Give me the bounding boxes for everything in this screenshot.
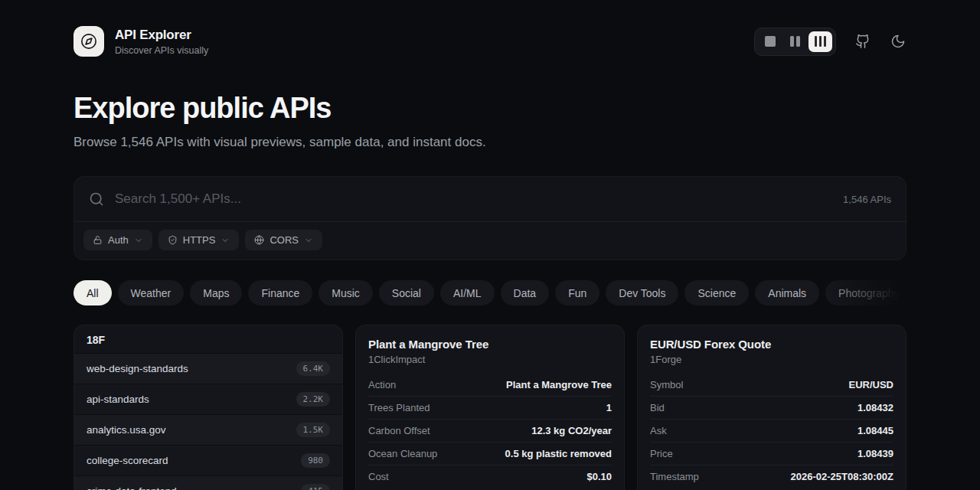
api-card-18f[interactable]: 18F web-design-standards 6.4K api-standa… (74, 325, 343, 490)
kv-row: Carbon Offset 12.3 kg CO2/year (368, 420, 612, 443)
filter-cors-button[interactable]: CORS (245, 230, 322, 250)
repo-list: web-design-standards 6.4K api-standards … (74, 353, 342, 490)
tab-animals[interactable]: Animals (755, 280, 819, 305)
star-count-badge: 415 (301, 484, 330, 490)
tab-all[interactable]: All (74, 280, 112, 305)
kv-value: Plant a Mangrove Tree (506, 379, 612, 390)
kv-row: Timestamp 2026-02-25T08:30:00Z (650, 466, 893, 488)
view-mode-three-column-button[interactable] (808, 31, 832, 52)
api-card-1forge[interactable]: EUR/USD Forex Quote 1Forge Symbol EUR/US… (637, 325, 906, 490)
filter-auth-button[interactable]: Auth (83, 230, 152, 250)
app-header: API Explorer Discover APIs visually (74, 0, 906, 57)
list-item[interactable]: college-scorecard 980 (74, 445, 342, 475)
list-item[interactable]: web-design-standards 6.4K (74, 353, 342, 384)
tab-music[interactable]: Music (318, 280, 373, 305)
search-panel: 1,546 APIs Auth HTTPS (74, 176, 906, 260)
kv-value: 0.5 kg plastic removed (505, 448, 612, 459)
page-title: Explore public APIs (74, 92, 906, 125)
kv-value: 2026-02-25T08:30:00Z (791, 471, 893, 482)
app-title: API Explorer (115, 28, 208, 43)
tab-science[interactable]: Science (684, 280, 749, 305)
tab-data[interactable]: Data (501, 280, 550, 305)
filter-label: CORS (270, 234, 299, 246)
card-title: Plant a Mangrove Tree (368, 338, 612, 351)
kv-value: 1.08445 (858, 425, 893, 436)
card-title: EUR/USD Forex Quote (650, 338, 893, 351)
kv-value: 12.3 kg CO2/year (531, 425, 612, 436)
card-provider: 1ClickImpact (368, 354, 612, 365)
kv-label: Price (650, 448, 673, 459)
kv-label: Carbon Offset (368, 425, 430, 436)
tab-finance[interactable]: Finance (248, 280, 312, 305)
api-card-grid: 18F web-design-standards 6.4K api-standa… (74, 325, 906, 490)
kv-value: 1.08432 (858, 402, 893, 413)
view-mode-single-button[interactable] (758, 31, 782, 52)
kv-label: Cost (368, 471, 389, 482)
kv-label: Trees Planted (368, 402, 430, 413)
tab-maps[interactable]: Maps (190, 280, 242, 305)
api-count-label: 1,546 APIs (843, 194, 891, 205)
chevron-down-icon (220, 236, 230, 245)
chevron-down-icon (134, 236, 143, 245)
kv-row: Price 1.08439 (650, 443, 893, 466)
kv-label: Bid (650, 402, 665, 413)
brand-text: API Explorer Discover APIs visually (115, 28, 208, 56)
globe-icon (254, 235, 264, 245)
kv-label: Action (368, 379, 396, 390)
tab-dev-tools[interactable]: Dev Tools (606, 280, 678, 305)
page: API Explorer Discover APIs visually (74, 0, 906, 490)
list-item[interactable]: crime-data-frontend 415 (74, 475, 342, 490)
star-count-badge: 1.5K (296, 423, 331, 437)
kv-value: 1 (606, 402, 612, 413)
kv-row: Trees Planted 1 (368, 397, 612, 420)
search-row: 1,546 APIs (74, 177, 906, 221)
tab-weather[interactable]: Weather (118, 280, 185, 305)
kv-label: Symbol (650, 379, 683, 390)
filter-https-button[interactable]: HTTPS (158, 230, 240, 250)
kv-label: Ocean Cleanup (368, 448, 437, 459)
chevron-down-icon (304, 236, 313, 245)
repo-name: api-standards (87, 394, 149, 405)
filter-label: Auth (108, 234, 129, 246)
repo-name: analytics.usa.gov (87, 424, 166, 436)
kv-row: Cost $0.10 (368, 466, 612, 488)
star-count-badge: 6.4K (296, 361, 331, 376)
kv-row: Action Plant a Mangrove Tree (368, 374, 612, 397)
card-provider: 1Forge (650, 354, 893, 365)
grid-2-icon (790, 36, 795, 47)
repo-name: crime-data-frontend (87, 485, 177, 490)
kv-row: Ocean Cleanup 0.5 kg plastic removed (368, 443, 612, 466)
tab-photography[interactable]: Photography (825, 280, 906, 305)
view-mode-two-column-button[interactable] (783, 31, 807, 52)
repo-name: college-scorecard (87, 455, 168, 466)
repo-name: web-design-standards (87, 363, 188, 374)
page-subtitle: Browse 1,546 APIs with visual previews, … (74, 135, 906, 150)
list-item[interactable]: analytics.usa.gov 1.5K (74, 414, 342, 445)
app-subtitle: Discover APIs visually (115, 45, 208, 56)
shield-icon (168, 235, 178, 245)
kv-rows: Symbol EUR/USD Bid 1.08432 Ask 1.08445 P… (650, 374, 893, 488)
filter-label: HTTPS (183, 234, 216, 246)
tab-ai-ml[interactable]: AI/ML (440, 280, 495, 305)
lock-icon (93, 235, 103, 245)
kv-row: Ask 1.08445 (650, 420, 893, 443)
kv-row: Bid 1.08432 (650, 397, 893, 420)
grid-3-icon (815, 36, 818, 47)
kv-value: 1.08439 (858, 448, 893, 459)
grid-1-icon (765, 36, 776, 47)
moon-icon (890, 34, 906, 49)
github-button[interactable] (854, 33, 871, 50)
view-switcher (754, 28, 836, 56)
kv-value: $0.10 (586, 471, 612, 482)
kv-label: Ask (650, 425, 667, 436)
search-icon (89, 191, 104, 207)
filter-chips: Auth HTTPS CORS (74, 222, 906, 260)
tab-fun[interactable]: Fun (555, 280, 599, 305)
kv-value: EUR/USD (848, 379, 893, 390)
theme-toggle-button[interactable] (890, 33, 906, 50)
tab-social[interactable]: Social (379, 280, 434, 305)
list-item[interactable]: api-standards 2.2K (74, 384, 342, 414)
search-input[interactable] (115, 191, 832, 207)
api-card-1clickimpact[interactable]: Plant a Mangrove Tree 1ClickImpact Actio… (355, 325, 625, 490)
github-icon (855, 34, 871, 49)
